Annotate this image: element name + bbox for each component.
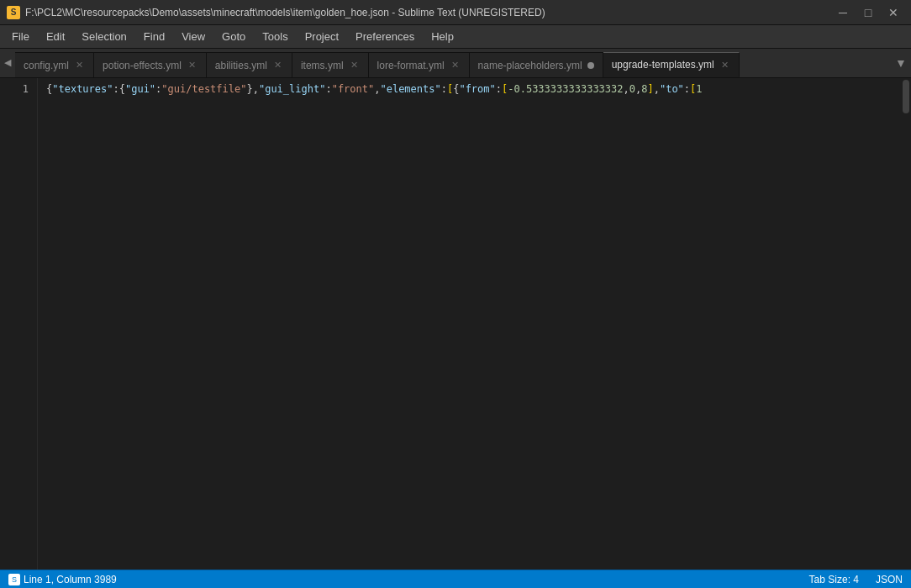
tab-name-placeholders-yml[interactable]: name-placeholders.yml bbox=[470, 52, 603, 77]
menu-view[interactable]: View bbox=[173, 27, 213, 46]
title-bar-left: S F:\PCL2\MC\resourcepacks\Demo\assets\m… bbox=[7, 6, 545, 19]
tab-items-yml[interactable]: items.yml ✕ bbox=[292, 52, 369, 77]
tabs-overflow-button[interactable]: ▼ bbox=[891, 49, 911, 77]
sublime-icon: S bbox=[7, 6, 20, 19]
tab-close-upgrade-templates-yml[interactable]: ✕ bbox=[719, 59, 730, 71]
menu-file[interactable]: File bbox=[3, 27, 38, 46]
vertical-scrollbar[interactable] bbox=[901, 78, 911, 570]
tab-label: lore-format.yml bbox=[377, 60, 445, 71]
tab-potion-effects-yml[interactable]: potion-effects.yml ✕ bbox=[94, 52, 207, 77]
tab-close-items-yml[interactable]: ✕ bbox=[349, 59, 360, 71]
tab-label: config.yml bbox=[24, 60, 69, 71]
tabs-bar: ◀ config.yml ✕ potion-effects.yml ✕ abil… bbox=[0, 49, 911, 78]
status-position[interactable]: Line 1, Column 3989 bbox=[24, 574, 117, 585]
tab-label: items.yml bbox=[301, 60, 344, 71]
tab-label: name-placeholders.yml bbox=[478, 60, 582, 71]
menu-project[interactable]: Project bbox=[297, 27, 347, 46]
menu-selection[interactable]: Selection bbox=[73, 27, 134, 46]
line-number-1: 1 bbox=[0, 81, 37, 97]
menu-find[interactable]: Find bbox=[135, 27, 173, 46]
tabs-container: config.yml ✕ potion-effects.yml ✕ abilit… bbox=[15, 49, 891, 77]
status-syntax[interactable]: JSON bbox=[876, 574, 903, 585]
tab-label: upgrade-templates.yml bbox=[612, 59, 714, 71]
status-icon: S bbox=[8, 574, 20, 585]
tab-abilities-yml[interactable]: abilities.yml ✕ bbox=[207, 52, 292, 77]
status-left: S Line 1, Column 3989 bbox=[8, 574, 117, 585]
status-right: Tab Size: 4 JSON bbox=[809, 574, 903, 585]
minimize-button[interactable]: ─ bbox=[832, 4, 854, 21]
menu-tools[interactable]: Tools bbox=[254, 27, 296, 46]
tab-close-lore-format-yml[interactable]: ✕ bbox=[450, 59, 461, 71]
tab-label: abilities.yml bbox=[215, 60, 267, 71]
status-bar: S Line 1, Column 3989 Tab Size: 4 JSON bbox=[0, 570, 911, 588]
tab-upgrade-templates-yml[interactable]: upgrade-templates.yml ✕ bbox=[603, 52, 740, 77]
tab-modified-dot bbox=[587, 62, 594, 69]
title-bar: S F:\PCL2\MC\resourcepacks\Demo\assets\m… bbox=[0, 0, 911, 25]
line-numbers-gutter: 1 bbox=[0, 78, 38, 570]
menu-goto[interactable]: Goto bbox=[213, 27, 254, 46]
editor-area[interactable]: 1 {"textures":{"gui":"gui/testfile"},"gu… bbox=[0, 78, 911, 570]
menu-edit[interactable]: Edit bbox=[38, 27, 73, 46]
maximize-button[interactable]: □ bbox=[857, 4, 879, 21]
title-text: F:\PCL2\MC\resourcepacks\Demo\assets\min… bbox=[25, 7, 545, 18]
code-line-1: {"textures":{"gui":"gui/testfile"},"gui_… bbox=[46, 81, 901, 97]
menu-help[interactable]: Help bbox=[423, 27, 462, 46]
close-button[interactable]: ✕ bbox=[882, 4, 904, 21]
tab-lore-format-yml[interactable]: lore-format.yml ✕ bbox=[369, 52, 470, 77]
scrollbar-thumb[interactable] bbox=[903, 80, 909, 113]
title-bar-controls: ─ □ ✕ bbox=[832, 4, 904, 21]
tab-close-abilities-yml[interactable]: ✕ bbox=[272, 59, 283, 71]
menu-preferences[interactable]: Preferences bbox=[347, 27, 423, 46]
code-content[interactable]: {"textures":{"gui":"gui/testfile"},"gui_… bbox=[38, 78, 901, 570]
status-tab-size[interactable]: Tab Size: 4 bbox=[809, 574, 859, 585]
tab-close-config-yml[interactable]: ✕ bbox=[74, 59, 85, 71]
tab-label: potion-effects.yml bbox=[103, 60, 182, 71]
tabs-left-arrow[interactable]: ◀ bbox=[0, 49, 15, 77]
tab-config-yml[interactable]: config.yml ✕ bbox=[15, 52, 94, 77]
tab-close-potion-effects-yml[interactable]: ✕ bbox=[187, 59, 197, 71]
menu-bar: File Edit Selection Find View Goto Tools… bbox=[0, 25, 911, 49]
